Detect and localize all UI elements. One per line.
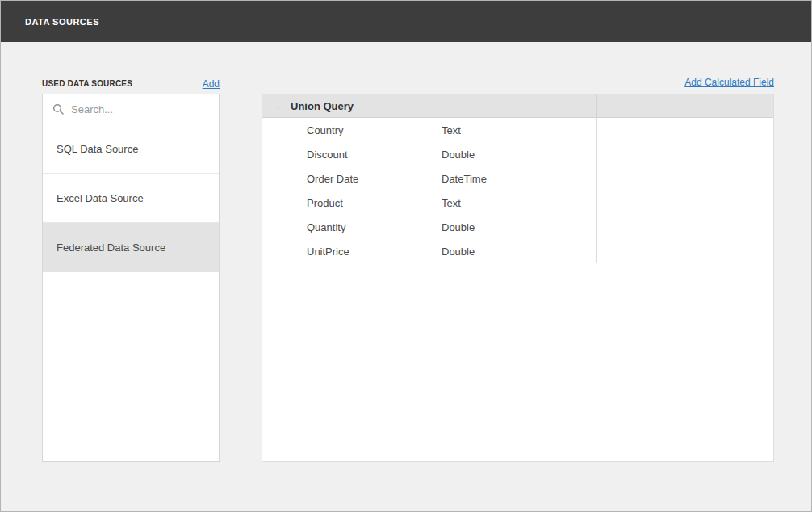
collapse-icon[interactable]: - bbox=[274, 100, 281, 112]
field-extra-cell bbox=[597, 215, 773, 239]
field-row[interactable]: Discount Double bbox=[262, 142, 773, 166]
field-row[interactable]: Quantity Double bbox=[262, 215, 773, 239]
data-source-list-panel: SQL Data Source Excel Data Source Federa… bbox=[42, 94, 220, 462]
topbar: DATA SOURCES bbox=[1, 1, 811, 42]
query-group-header[interactable]: - Union Query bbox=[262, 94, 773, 118]
field-type-cell: Double bbox=[429, 239, 597, 263]
field-type-cell: Double bbox=[429, 215, 597, 239]
data-source-item-label: Excel Data Source bbox=[57, 192, 144, 204]
field-type: Text bbox=[442, 197, 461, 209]
field-type-cell: Double bbox=[429, 142, 597, 166]
data-sources-window: DATA SOURCES USED DATA SOURCES Add SQL D… bbox=[0, 0, 812, 512]
field-name-cell: Discount bbox=[262, 142, 429, 166]
data-source-item-sql[interactable]: SQL Data Source bbox=[43, 124, 219, 174]
data-source-list: SQL Data Source Excel Data Source Federa… bbox=[43, 124, 219, 461]
extra-header-cell bbox=[597, 94, 773, 117]
field-name: Country bbox=[307, 124, 344, 136]
data-source-item-label: SQL Data Source bbox=[57, 143, 138, 155]
used-data-sources-header: USED DATA SOURCES Add bbox=[42, 70, 220, 90]
field-type: Double bbox=[442, 221, 475, 233]
field-name-cell: Product bbox=[262, 191, 429, 215]
field-type: Double bbox=[442, 149, 475, 161]
query-title: Union Query bbox=[291, 100, 354, 112]
field-name-cell: Quantity bbox=[262, 215, 429, 239]
field-row[interactable]: UnitPrice Double bbox=[262, 239, 773, 263]
field-row[interactable]: Order Date DateTime bbox=[262, 166, 773, 191]
field-extra-cell bbox=[597, 239, 773, 263]
data-source-item-excel[interactable]: Excel Data Source bbox=[43, 174, 219, 223]
field-extra-cell bbox=[597, 118, 773, 142]
search-input[interactable] bbox=[71, 103, 209, 115]
field-table-header-bar: Add Calculated Field bbox=[262, 70, 774, 90]
field-extra-cell bbox=[597, 142, 773, 166]
field-row[interactable]: Country Text bbox=[262, 118, 773, 142]
field-name: Quantity bbox=[307, 221, 345, 233]
field-type-cell: Text bbox=[429, 191, 597, 215]
field-extra-cell bbox=[597, 166, 773, 191]
field-type: Double bbox=[442, 246, 475, 258]
field-name: Product bbox=[307, 197, 343, 209]
field-extra-cell bbox=[597, 191, 773, 215]
used-data-sources-label: USED DATA SOURCES bbox=[42, 79, 132, 90]
type-header-cell bbox=[429, 94, 597, 117]
data-source-item-federated[interactable]: Federated Data Source bbox=[43, 223, 219, 272]
field-table-panel: - Union Query Country Text Discount Doub… bbox=[262, 94, 774, 462]
query-group-title-cell: - Union Query bbox=[262, 94, 429, 117]
field-name-cell: Country bbox=[262, 118, 429, 142]
field-name: Discount bbox=[307, 149, 348, 161]
field-type: Text bbox=[442, 124, 461, 136]
field-name-cell: UnitPrice bbox=[262, 239, 429, 263]
field-type-cell: DateTime bbox=[429, 166, 597, 191]
field-type: DateTime bbox=[442, 173, 487, 185]
field-name-cell: Order Date bbox=[262, 166, 429, 191]
field-row[interactable]: Product Text bbox=[262, 191, 773, 215]
field-name: Order Date bbox=[307, 173, 358, 185]
search-icon bbox=[52, 103, 64, 115]
add-calculated-field-link[interactable]: Add Calculated Field bbox=[684, 77, 774, 90]
data-source-item-label: Federated Data Source bbox=[57, 241, 165, 254]
field-type-cell: Text bbox=[429, 118, 597, 142]
search-box[interactable] bbox=[43, 94, 219, 124]
field-name: UnitPrice bbox=[307, 246, 349, 258]
page-title: DATA SOURCES bbox=[25, 17, 99, 27]
add-data-source-link[interactable]: Add bbox=[203, 78, 220, 90]
